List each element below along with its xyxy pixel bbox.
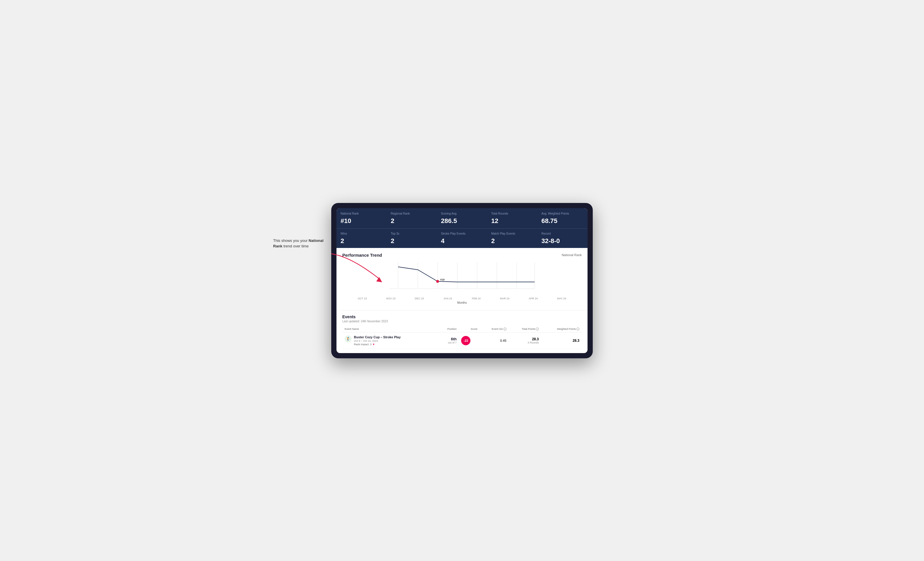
events-section: Events Last updated: 24th November 2023 … [336,310,588,353]
event-info: Buster Cozy Cup – Stroke Play Oct 9 – Oc… [354,335,401,346]
score-cell: -22 [459,332,480,349]
stat-stroke-play: Stroke Play Events 4 [437,229,487,248]
tablet-device: National Rank #10 Regional Rank 2 Scorin… [331,203,593,358]
chart-axis-label: Months [342,301,582,304]
col-position: Position [438,326,459,332]
annotation-text: This shows you your National Rank trend … [273,238,328,249]
stat-avg-weighted: Avg. Weighted Points 68.75 [537,208,588,228]
event-sg-info-icon: i [504,328,507,331]
stat-record: Record 32-8-0 [537,229,588,248]
x-label-jan24: JAN 24 [434,297,462,300]
position-sub: out of 7 [441,341,457,344]
stat-top3s: Top 3s 2 [387,229,437,248]
col-event-name: Event Name [342,326,438,332]
total-rounds: 3 Rounds [511,341,539,344]
event-sg-cell: 0.45 [480,332,509,349]
x-label-feb24: FEB 24 [462,297,490,300]
svg-text:#10: #10 [440,278,445,281]
score-badge: -22 [461,336,470,345]
events-table-body: 🏌️ Buster Cozy Cup – Stroke Play Oct 9 –… [342,332,582,349]
stats-row-1: National Rank #10 Regional Rank 2 Scorin… [336,208,588,229]
tablet-screen: National Rank #10 Regional Rank 2 Scorin… [336,208,588,353]
x-label-mar24: MAR 24 [490,297,519,300]
perf-rank-label: National Rank [562,253,582,257]
col-weighted-points: Weighted Pointsi [541,326,582,332]
chart-area: #10 [342,261,582,296]
x-label-apr24: APR 24 [519,297,548,300]
stat-national-rank: National Rank #10 [336,208,387,228]
weighted-points-info-icon: i [576,328,579,331]
chart-x-labels: OCT 23 NOV 23 DEC 23 JAN 24 FEB 24 MAR 2… [342,297,582,300]
events-title: Events [342,314,582,319]
rank-impact: Rank Impact: 3 ▼ [354,343,401,346]
event-sg-value: 0.45 [500,339,506,343]
position-value: 6th [441,337,457,341]
events-table-head: Event Name Position Score Event SGi Tota… [342,326,582,332]
total-points-cell: 28.3 3 Rounds [509,332,542,349]
weighted-points-value: 28.3 [573,338,579,343]
perf-header: Performance Trend National Rank [342,253,582,257]
col-score: Score [459,326,480,332]
col-total-points: Total Pointsi [509,326,542,332]
col-event-sg: Event SGi [480,326,509,332]
event-date: Oct 9 – Oct 10, 2023 [354,340,401,343]
table-row: 🏌️ Buster Cozy Cup – Stroke Play Oct 9 –… [342,332,582,349]
x-label-nov23: NOV 23 [376,297,405,300]
events-header-row: Event Name Position Score Event SGi Tota… [342,326,582,332]
events-table: Event Name Position Score Event SGi Tota… [342,326,582,349]
weighted-points-cell: 28.3 [541,332,582,349]
stat-wins: Wins 2 [336,229,387,248]
position-cell: 6th out of 7 [438,332,459,349]
stat-scoring-avg: Scoring Avg. 286.5 [437,208,487,228]
total-points-value: 28.3 [511,337,539,341]
stat-regional-rank: Regional Rank 2 [387,208,437,228]
event-name-cell: 🏌️ Buster Cozy Cup – Stroke Play Oct 9 –… [342,332,438,349]
performance-chart: #10 [342,261,582,296]
svg-point-10 [436,280,439,283]
event-type-icon: 🏌️ [345,335,352,343]
x-label-oct23: OCT 23 [348,297,376,300]
events-subtitle: Last updated: 24th November 2023 [342,320,582,323]
total-points-info-icon: i [536,328,539,331]
stats-row-2: Wins 2 Top 3s 2 Stroke Play Events 4 Mat… [336,229,588,248]
stat-total-rounds: Total Rounds 12 [487,208,537,228]
content-area: National Rank #10 Regional Rank 2 Scorin… [336,208,588,353]
perf-title: Performance Trend [342,253,382,257]
stat-match-play: Match Play Events 2 [487,229,537,248]
x-label-dec23: DEC 23 [405,297,434,300]
x-label-may24: MAY 24 [548,297,576,300]
event-name-text: Buster Cozy Cup – Stroke Play [354,335,401,339]
performance-section: Performance Trend National Rank [336,248,588,310]
rank-direction-icon: ▼ [372,343,375,346]
